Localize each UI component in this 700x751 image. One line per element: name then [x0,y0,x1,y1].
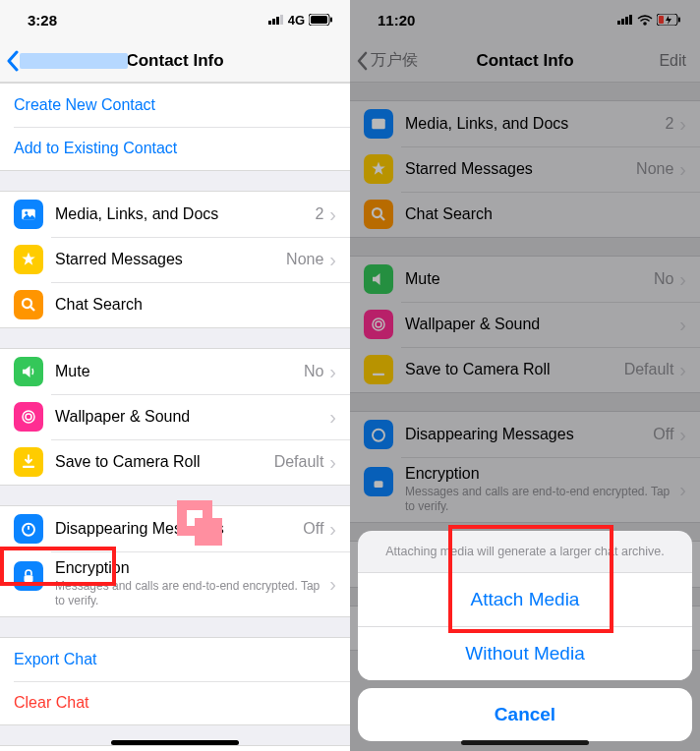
export-chat-row[interactable]: Export Chat [0,638,350,681]
svg-rect-2 [276,17,279,25]
sheet-message: Attaching media will generate a larger c… [358,531,692,572]
clear-chat-row[interactable]: Clear Chat [0,681,350,724]
group-privacy: Disappearing Messages Off › Encryption M… [0,505,350,617]
encryption-label: Encryption [55,559,329,577]
svg-rect-1 [272,19,275,25]
svg-rect-6 [330,18,332,23]
search-label: Chat Search [55,296,336,314]
encryption-row[interactable]: Encryption Messages and calls are end-to… [0,551,350,616]
disappearing-value: Off [303,520,323,538]
export-chat-label: Export Chat [14,651,336,668]
media-row[interactable]: Media, Links, and Docs 2 › [0,192,350,237]
group-media: Media, Links, and Docs 2 › Starred Messa… [0,191,350,328]
add-existing-label: Add to Existing Contact [14,140,336,157]
svg-rect-14 [25,575,33,582]
starred-value: None [286,251,323,268]
battery-icon [309,14,332,26]
clear-chat-label: Clear Chat [14,694,336,712]
without-media-button[interactable]: Without Media [358,626,692,680]
lock-icon [14,561,43,591]
mute-row[interactable]: Mute No › [0,349,350,394]
svg-rect-5 [311,16,327,24]
disappearing-row[interactable]: Disappearing Messages Off › [0,506,350,551]
nav-title: Contact Info [126,51,223,71]
media-label: Media, Links, and Docs [55,205,315,223]
chevron-right-icon: › [329,407,336,427]
media-value: 2 [315,205,323,223]
mute-value: No [304,363,323,380]
phone-right: 11:20 万户侯 Contact Info Edit Media, Links… [350,0,700,751]
star-icon [14,245,43,274]
search-row[interactable]: Chat Search [0,282,350,327]
group-block: Block Contact Report Contact [0,745,350,751]
home-indicator [461,740,589,745]
cameraroll-label: Save to Camera Roll [55,453,274,471]
cameraroll-value: Default [274,453,324,471]
attach-media-button[interactable]: Attach Media [358,572,692,626]
chevron-right-icon: › [329,574,336,594]
add-existing-row[interactable]: Add to Existing Contact [0,127,350,170]
photos-icon [14,200,43,229]
svg-rect-12 [23,466,34,468]
chevron-left-icon [6,50,20,72]
cameraroll-row[interactable]: Save to Camera Roll Default › [0,439,350,485]
status-indicators: 4G [268,13,332,28]
cancel-button[interactable]: Cancel [358,688,692,741]
chevron-right-icon: › [329,362,336,381]
group-create: Create New Contact Add to Existing Conta… [0,83,350,171]
wallpaper-label: Wallpaper & Sound [55,408,329,426]
group-settings: Mute No › Wallpaper & Sound › Save to Ca… [0,348,350,486]
svg-point-9 [23,299,31,308]
block-row[interactable]: Block Contact [0,746,350,751]
wallpaper-icon [14,402,43,432]
starred-row[interactable]: Starred Messages None › [0,237,350,282]
chevron-right-icon: › [329,519,336,539]
status-net: 4G [288,13,305,28]
svg-rect-3 [280,15,283,25]
chevron-right-icon: › [329,452,336,472]
chevron-right-icon: › [329,204,336,224]
search-icon [14,290,43,319]
mute-label: Mute [55,363,304,380]
status-time: 3:28 [28,12,57,29]
svg-point-11 [23,411,34,423]
encryption-sub: Messages and calls are end-to-end encryp… [55,579,329,608]
status-bar: 3:28 4G [0,0,350,39]
action-sheet: Attaching media will generate a larger c… [358,531,692,741]
svg-point-10 [26,414,31,420]
svg-rect-0 [268,21,271,25]
wallpaper-row[interactable]: Wallpaper & Sound › [0,394,350,439]
speaker-icon [14,357,43,386]
back-contact-redacted [20,53,128,69]
nav-bar: Contact Info [0,39,350,83]
phone-left: 3:28 4G Contact Info Create New Contact … [0,0,350,751]
download-icon [14,447,43,477]
group-chat-actions: Export Chat Clear Chat [0,637,350,725]
signal-icon [268,15,284,25]
create-contact-label: Create New Contact [14,96,336,114]
svg-point-8 [25,211,28,214]
starred-label: Starred Messages [55,251,286,268]
chevron-right-icon: › [329,250,336,269]
sheet-card: Attaching media will generate a larger c… [358,531,692,680]
create-contact-row[interactable]: Create New Contact [0,84,350,127]
home-indicator [111,740,239,745]
timer-icon [14,514,43,544]
back-button[interactable] [6,50,128,72]
